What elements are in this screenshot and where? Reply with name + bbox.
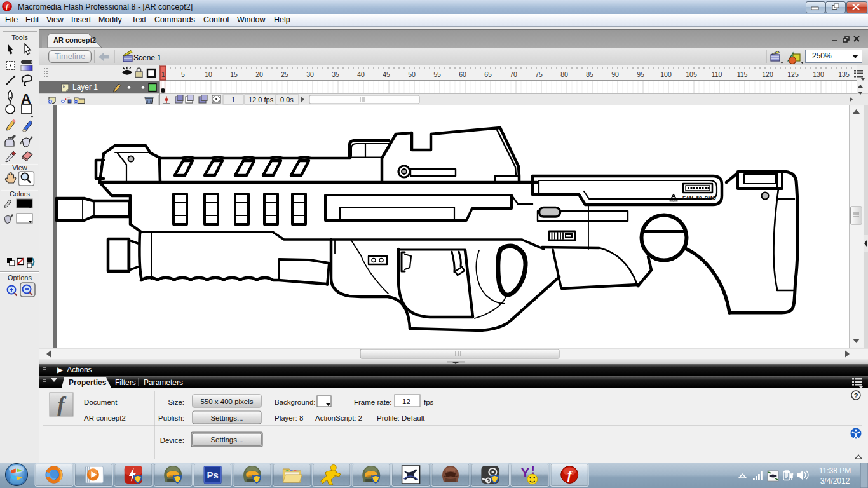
svg-text:?: ? bbox=[854, 392, 858, 400]
svg-text:EAM 50. BMG: EAM 50. BMG bbox=[682, 195, 716, 201]
svg-text:12: 12 bbox=[402, 398, 410, 405]
svg-text:Document: Document bbox=[84, 398, 118, 406]
svg-text:Properties: Properties bbox=[69, 378, 107, 387]
svg-text:11:38 PM: 11:38 PM bbox=[819, 466, 851, 475]
svg-text:550 x 400 pixels: 550 x 400 pixels bbox=[200, 398, 253, 405]
svg-text:Filters: Filters bbox=[115, 378, 136, 387]
svg-text:Settings...: Settings... bbox=[210, 414, 243, 422]
svg-text:AR concept2: AR concept2 bbox=[84, 414, 126, 422]
svg-text:ActionScript: 2: ActionScript: 2 bbox=[315, 414, 362, 422]
svg-text:Player: 8: Player: 8 bbox=[275, 414, 303, 422]
svg-text:Frame rate:: Frame rate: bbox=[354, 398, 391, 406]
svg-text:Size:: Size: bbox=[168, 398, 184, 406]
svg-text:Parameters: Parameters bbox=[144, 378, 183, 387]
svg-text:Profile: Default: Profile: Default bbox=[377, 414, 425, 422]
svg-text:Device:: Device: bbox=[160, 437, 184, 444]
svg-text:Settings...: Settings... bbox=[210, 436, 243, 444]
svg-text:Ps: Ps bbox=[207, 470, 218, 480]
svg-text:Publish:: Publish: bbox=[158, 414, 184, 422]
svg-text:Background:: Background: bbox=[275, 398, 316, 406]
svg-text:3/4/2012: 3/4/2012 bbox=[820, 477, 850, 485]
svg-text:fps: fps bbox=[424, 398, 434, 406]
